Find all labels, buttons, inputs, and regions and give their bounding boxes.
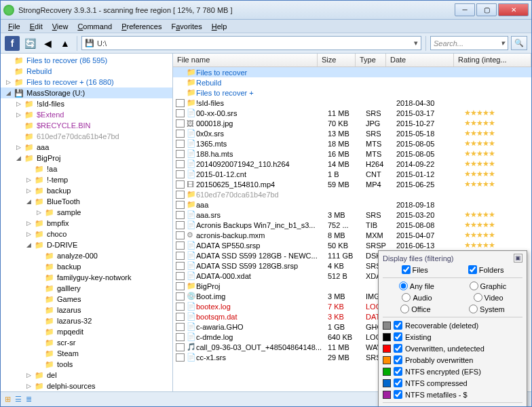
path-input[interactable]: 💾 U:\ ▾ — [81, 36, 421, 50]
col-size[interactable]: Size — [318, 54, 356, 66]
row-checkbox[interactable] — [176, 333, 185, 341]
tree-item[interactable]: 📁610ed7e70dca61b4e7bd — [1, 131, 172, 142]
list-header[interactable]: File name Size Type Date Rating (integ..… — [173, 54, 531, 67]
filter-overwritten[interactable]: Overwritten, undetected — [383, 343, 522, 354]
filter-probably[interactable]: Probably overwritten — [383, 354, 522, 366]
tree-item[interactable]: ◢📁BigProj — [1, 153, 172, 163]
filter-files[interactable]: Files — [402, 265, 428, 274]
row-checkbox[interactable] — [176, 191, 185, 199]
search-button[interactable]: 🔍 — [511, 36, 527, 50]
tree-item[interactable]: 📁scr-sr — [1, 337, 172, 348]
row-checkbox[interactable] — [176, 313, 185, 321]
row-checkbox[interactable] — [176, 201, 185, 209]
row-checkbox[interactable] — [176, 140, 185, 148]
list-item[interactable]: 📄1365.mts18 MBMTS2015-08-05★★★★★ — [173, 138, 531, 149]
list-item[interactable]: ⚙acronis-backup.mxm8 MBMXM2015-04-07★★★★… — [173, 230, 531, 240]
tree-item[interactable]: ▷📁del — [1, 370, 172, 381]
col-rating[interactable]: Rating (integ... — [454, 54, 531, 66]
row-checkbox[interactable] — [176, 231, 185, 239]
filter-any[interactable]: Any file — [399, 282, 434, 290]
menu-preferences[interactable]: Preferences — [117, 21, 166, 32]
row-checkbox[interactable] — [176, 252, 185, 260]
tree-item[interactable]: ▷📁$Extend — [1, 109, 172, 120]
nav-up-icon[interactable]: ▲ — [58, 36, 73, 51]
menu-edit[interactable]: Edit — [25, 21, 48, 32]
tree-item[interactable]: ▷📁!-temp — [1, 174, 172, 185]
list-item[interactable]: 📄00-xx-00.srs11 MBSRS2015-03-17★★★★★ — [173, 108, 531, 118]
filter-compressed[interactable]: NTFS compressed — [383, 377, 522, 389]
row-checkbox[interactable] — [176, 119, 185, 128]
tree-item[interactable]: ▷📁Files to recover + (16 880) — [1, 77, 172, 88]
row-checkbox[interactable] — [176, 160, 185, 168]
view-icons-icon[interactable]: ⊞ — [5, 395, 11, 404]
tree-item[interactable]: ▷📁aaa — [1, 142, 172, 153]
filter-panel[interactable]: Display files (filtering) ▣ Files Folder… — [378, 250, 527, 407]
filter-audio[interactable]: Audio — [402, 293, 432, 302]
row-checkbox[interactable] — [176, 221, 185, 229]
nav-back-icon[interactable]: ◀ — [40, 36, 55, 51]
col-date[interactable]: Date — [386, 54, 454, 66]
list-item[interactable]: 🖼000018.jpg70 KBJPG2015-10-27★★★★★ — [173, 118, 531, 128]
col-type[interactable]: Type — [356, 54, 386, 66]
tree-item[interactable]: 📁backup — [1, 261, 172, 272]
list-item[interactable]: 🎞20150625_154810.mp459 MBMP42015-06-25★★… — [173, 179, 531, 189]
filter-graphic[interactable]: Graphic — [470, 282, 507, 290]
list-item[interactable]: 📄Acronis Backups Win7_inc_b1_s3...752 ..… — [173, 220, 531, 230]
tree-item[interactable]: 📁lazarus — [1, 305, 172, 315]
tree-item[interactable]: 📁Files to recover (86 595) — [1, 55, 172, 66]
tree-item[interactable]: 📁tools — [1, 359, 172, 370]
list-item[interactable]: 📁Rebuild — [173, 77, 531, 88]
list-item[interactable]: 📄2015-01-12.cnt1 BCNT2015-01-12★★★★★ — [173, 169, 531, 179]
row-checkbox[interactable] — [176, 170, 185, 178]
row-checkbox[interactable] — [176, 353, 185, 362]
tree-item[interactable]: 📁lazarus-32 — [1, 315, 172, 326]
row-checkbox[interactable] — [176, 343, 185, 351]
folder-tree[interactable]: 📁Files to recover (86 595)📁Rebuild▷📁File… — [1, 54, 172, 391]
view-list-icon[interactable]: ☰ — [15, 395, 22, 404]
menu-file[interactable]: File — [3, 21, 25, 32]
row-checkbox[interactable] — [176, 282, 185, 290]
tree-item[interactable]: ◢💾MassStorage (U:) — [1, 88, 172, 98]
tree-item[interactable]: 📁Games — [1, 294, 172, 305]
list-item[interactable]: 📁!sId-files2018-04-30 — [173, 98, 531, 108]
tree-item[interactable]: 📁$RECYCLE.BIN — [1, 120, 172, 131]
maximize-button[interactable]: ▢ — [476, 3, 497, 16]
row-checkbox[interactable] — [176, 211, 185, 219]
filter-encrypted[interactable]: NTFS encrypted (EFS) — [383, 366, 522, 377]
menu-view[interactable]: View — [48, 21, 73, 32]
list-item[interactable]: 📄20140920071942_110.h26414 MBH2642014-09… — [173, 159, 531, 169]
tree-item[interactable]: 📁Rebuild — [1, 66, 172, 77]
row-checkbox[interactable] — [176, 150, 185, 158]
tree-item[interactable]: ◢📁BlueTooth — [1, 196, 172, 207]
filter-system[interactable]: System — [469, 305, 505, 313]
tree-item[interactable]: ◢📁D-DRIVE — [1, 239, 172, 250]
row-checkbox[interactable] — [176, 292, 185, 301]
filter-video[interactable]: Video — [474, 293, 504, 302]
row-checkbox[interactable] — [176, 130, 185, 138]
row-checkbox[interactable] — [176, 99, 185, 107]
filter-existing[interactable]: Existing — [383, 331, 522, 343]
tree-item[interactable]: ▷📁sample — [1, 207, 172, 218]
row-checkbox[interactable] — [176, 109, 185, 117]
search-input[interactable]: Search... ▾ — [430, 36, 508, 50]
list-item[interactable]: 📄188.ha.mts16 MBMTS2015-08-05★★★★★ — [173, 149, 531, 159]
tree-item[interactable]: ▷📁choco — [1, 229, 172, 239]
filter-metafiles[interactable]: NTFS metafiles - $ — [383, 389, 522, 400]
row-checkbox[interactable] — [176, 303, 185, 311]
view-details-icon[interactable]: ≣ — [26, 395, 32, 404]
menu-command[interactable]: Command — [73, 21, 117, 32]
list-item[interactable]: 📁Files to recover + — [173, 88, 531, 98]
minimize-button[interactable]: ─ — [455, 3, 475, 16]
tree-item[interactable]: 📁Steam — [1, 348, 172, 359]
tree-item[interactable]: ▷📁backup — [1, 185, 172, 196]
col-filename[interactable]: File name — [173, 54, 318, 66]
close-button[interactable]: ✕ — [498, 3, 529, 16]
row-checkbox[interactable] — [176, 180, 185, 189]
menu-help[interactable]: Help — [207, 21, 232, 32]
filter-recoverable[interactable]: Recoverable (deleted) — [383, 319, 522, 331]
row-checkbox[interactable] — [176, 272, 185, 280]
list-item[interactable]: 📁aaa2018-09-18 — [173, 199, 531, 210]
tree-item[interactable]: 📁familyguy-key-notwork — [1, 272, 172, 283]
row-checkbox[interactable] — [176, 323, 185, 331]
tree-item[interactable]: ▷📁!sId-files — [1, 98, 172, 109]
